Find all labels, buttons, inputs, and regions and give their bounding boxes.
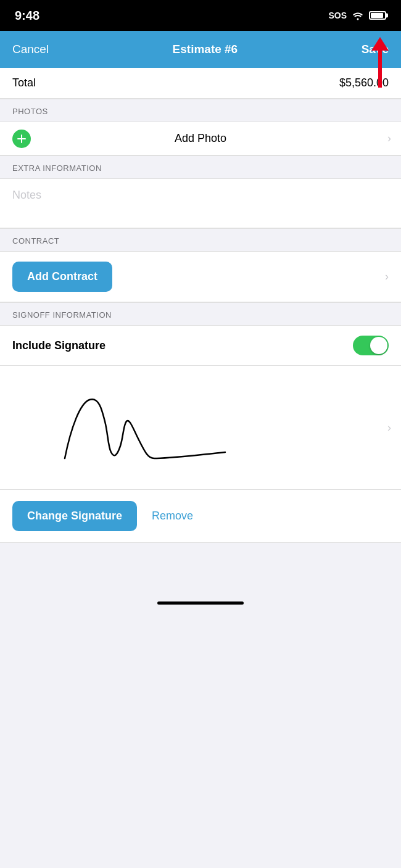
status-bar: 9:48 SOS [0,0,401,31]
toggle-thumb [370,337,387,354]
red-arrow [371,37,389,88]
contract-section-header: CONTRACT [0,228,401,252]
include-signature-toggle[interactable] [353,336,389,355]
signature-drawing [12,378,389,477]
signoff-header-text: SIGNOFF INFORMATION [12,310,112,320]
photos-chevron-icon: › [387,132,391,145]
remove-signature-button[interactable]: Remove [152,510,193,523]
add-photo-icon [12,130,31,148]
signature-chevron-icon: › [387,421,391,434]
extra-info-header-text: EXTRA INFORMATION [12,163,102,173]
total-row: Total $5,560.00 [0,68,401,99]
photos-header-text: PHOTOS [12,107,48,116]
sos-label: SOS [328,10,347,20]
home-indicator [157,601,244,605]
contract-row: Add Contract › [0,252,401,302]
signoff-section-header: SIGNOFF INFORMATION [0,302,401,326]
photos-section-header: PHOTOS [0,99,401,122]
contract-chevron-icon: › [385,270,389,283]
contract-header-text: CONTRACT [12,236,59,246]
add-contract-button[interactable]: Add Contract [12,262,112,292]
total-label: Total [12,76,36,89]
nav-bar: Cancel Estimate #6 Save [0,31,401,68]
nav-title: Estimate #6 [173,43,238,56]
battery-icon [369,11,386,20]
wifi-icon [352,10,364,20]
change-signature-button[interactable]: Change Signature [12,501,137,531]
notes-row[interactable]: Notes [0,179,401,228]
status-time: 9:48 [15,9,39,23]
arrow-shaft [378,51,382,88]
signature-area[interactable]: › [0,366,401,490]
include-signature-label: Include Signature [12,339,105,352]
add-photo-label: Add Photo [175,132,226,145]
status-icons: SOS [328,10,386,20]
cancel-button[interactable]: Cancel [12,43,49,56]
arrow-head [371,37,389,51]
bottom-spacer [0,543,401,617]
notes-placeholder: Notes [12,189,41,201]
add-photo-row[interactable]: Add Photo › [0,122,401,155]
signature-actions-row: Change Signature Remove [0,490,401,543]
signoff-row: Include Signature [0,326,401,366]
extra-info-section-header: EXTRA INFORMATION [0,155,401,179]
